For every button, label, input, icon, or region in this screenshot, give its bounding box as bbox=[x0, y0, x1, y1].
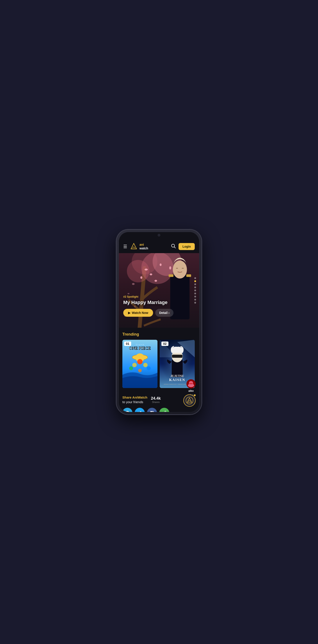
svg-line-49 bbox=[164, 412, 165, 412]
dot-1[interactable] bbox=[194, 277, 196, 279]
svg-point-14 bbox=[132, 283, 135, 285]
svg-point-30 bbox=[132, 363, 137, 367]
hero-buttons: ▶ Watch Now Detail › bbox=[123, 309, 186, 317]
dot-8[interactable] bbox=[194, 299, 196, 300]
svg-point-36 bbox=[138, 369, 142, 372]
svg-point-12 bbox=[154, 280, 157, 282]
svg-rect-20 bbox=[169, 274, 174, 277]
spotlight-label: #2 Spotlight bbox=[123, 295, 186, 298]
shares-label: Shares bbox=[152, 401, 160, 404]
hero-section: #2 Spotlight My Happy Marriage ▶ Watch N… bbox=[119, 253, 199, 328]
logo-icon bbox=[130, 242, 138, 250]
svg-point-45 bbox=[165, 411, 166, 412]
dot-6[interactable] bbox=[194, 292, 196, 294]
trending-card-1[interactable]: ONE PIECE ワンピース bbox=[122, 340, 158, 388]
login-button[interactable]: Login bbox=[178, 243, 195, 250]
svg-rect-25 bbox=[182, 268, 184, 269]
shares-count-block: 24.4k Shares bbox=[151, 396, 161, 404]
svg-point-11 bbox=[169, 266, 171, 270]
notification-dot bbox=[194, 394, 196, 396]
svg-point-34 bbox=[129, 366, 133, 370]
svg-text:JUJUTSU: JUJUTSU bbox=[170, 374, 184, 378]
share-telegram-button[interactable] bbox=[122, 408, 132, 412]
svg-point-16 bbox=[128, 293, 130, 294]
onepiece-art: ONE PIECE ワンピース bbox=[122, 340, 158, 388]
dot-7[interactable] bbox=[194, 296, 196, 298]
shares-number: 24.4k bbox=[151, 396, 161, 401]
share-buttons bbox=[122, 408, 169, 412]
svg-point-8 bbox=[150, 273, 152, 275]
svg-point-9 bbox=[160, 264, 162, 266]
share-text-block: Share AniWatch to your friends bbox=[122, 395, 148, 404]
share-subtitle: to your friends bbox=[122, 400, 148, 404]
comment-author-2: aiko bbox=[188, 389, 194, 392]
svg-rect-21 bbox=[186, 274, 191, 277]
header-left: ☰ ani watch bbox=[123, 242, 148, 250]
dot-5[interactable] bbox=[194, 290, 196, 291]
dot-9[interactable] bbox=[194, 302, 196, 304]
hero-background: #2 Spotlight My Happy Marriage ▶ Watch N… bbox=[119, 253, 199, 328]
svg-rect-41 bbox=[172, 355, 182, 358]
svg-point-29 bbox=[137, 359, 142, 364]
phone-camera bbox=[158, 234, 160, 236]
floating-logo-button[interactable] bbox=[183, 394, 196, 407]
floating-logo-icon bbox=[186, 397, 193, 404]
svg-marker-0 bbox=[131, 244, 136, 249]
trending-row: ONE PIECE ワンピース bbox=[122, 340, 196, 388]
menu-icon[interactable]: ☰ bbox=[123, 244, 127, 249]
header-right: Login bbox=[171, 243, 195, 250]
svg-rect-24 bbox=[176, 268, 178, 269]
onepiece-svg: ONE PIECE ワンピース bbox=[122, 340, 158, 388]
svg-point-13 bbox=[140, 276, 142, 279]
hero-info: #2 Spotlight My Happy Marriage ▶ Watch N… bbox=[123, 295, 186, 317]
share-twitter-button[interactable] bbox=[135, 408, 145, 412]
hero-title: My Happy Marriage bbox=[123, 300, 186, 305]
comment-avatar-2 bbox=[186, 379, 196, 388]
share-title: Share AniWatch bbox=[122, 395, 148, 400]
screen: ☰ ani watch bbox=[119, 232, 199, 412]
svg-point-7 bbox=[127, 260, 149, 282]
logo-text: ani watch bbox=[140, 243, 148, 250]
dot-2[interactable] bbox=[194, 280, 196, 282]
trending-rank-2: 02 bbox=[162, 342, 168, 346]
hero-dots bbox=[194, 277, 196, 304]
chevron-right-icon: › bbox=[168, 311, 170, 314]
search-icon[interactable] bbox=[171, 244, 176, 250]
svg-text:KAISEN: KAISEN bbox=[169, 378, 185, 382]
logo-container: ani watch bbox=[130, 242, 148, 250]
share-general-button[interactable] bbox=[159, 408, 169, 412]
share-facebook-button[interactable] bbox=[147, 408, 157, 412]
trending-rank-1: 01 bbox=[124, 342, 131, 346]
dot-3[interactable] bbox=[194, 284, 196, 285]
svg-line-2 bbox=[174, 247, 176, 248]
svg-point-35 bbox=[147, 366, 151, 370]
dot-4[interactable] bbox=[194, 286, 196, 288]
trending-title: Trending bbox=[122, 332, 196, 337]
svg-text:ワンピース: ワンピース bbox=[136, 344, 144, 346]
svg-point-31 bbox=[143, 363, 148, 367]
svg-point-23 bbox=[173, 260, 187, 278]
detail-button[interactable]: Detail › bbox=[155, 309, 174, 317]
play-icon: ▶ bbox=[128, 311, 130, 314]
watch-now-button[interactable]: ▶ Watch Now bbox=[123, 309, 153, 317]
svg-point-10 bbox=[144, 268, 148, 270]
svg-text:ONE PIECE: ONE PIECE bbox=[129, 346, 151, 350]
